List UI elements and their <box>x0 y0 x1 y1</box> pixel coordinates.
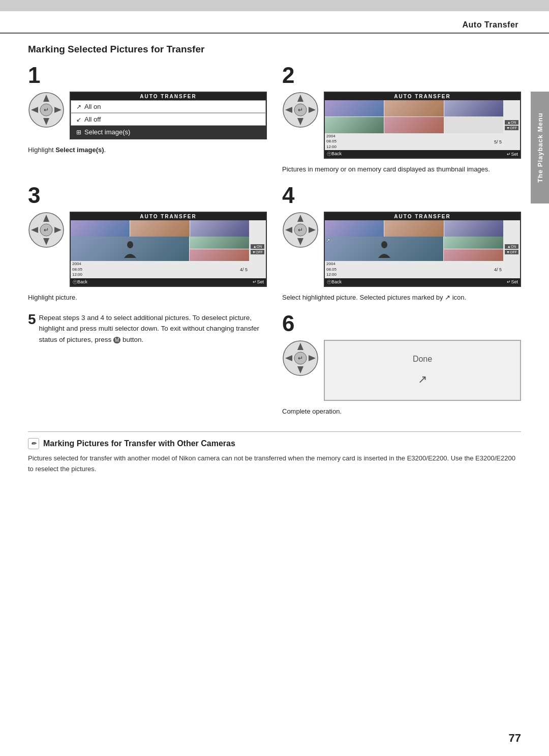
step3-thumb-1 <box>71 220 130 237</box>
note-title: ✏ Marking Pictures for Transfer with Oth… <box>28 438 521 449</box>
step4-thumb-2 <box>384 220 443 237</box>
step-1-screen-title: AUTO TRANSFER <box>71 93 266 100</box>
step-3-menu-label: ㊉Back <box>73 279 87 285</box>
step-2-inner: ↵ AUTO TRANSFER <box>282 92 521 159</box>
page-title: Auto Transfer <box>462 20 518 30</box>
step-2-on-btn: ▲ON <box>505 120 518 125</box>
step3-large-img <box>71 237 189 261</box>
page-header: Auto Transfer <box>0 11 549 34</box>
svg-text:↵: ↵ <box>44 106 49 113</box>
step-1-menu: ↗ All on ↙ All off ⊞ Select image(s) <box>71 100 266 138</box>
step-3-top-thumbs <box>71 220 249 237</box>
step-6-number: 6 <box>282 312 521 335</box>
step-1-number: 1 <box>28 64 267 86</box>
step-3-screen-wrap: AUTO TRANSFER <box>70 212 267 286</box>
step-2-dpad: ↵ <box>282 92 319 128</box>
step4-large-img: ↗ <box>325 237 443 261</box>
step-2-bottom-bar: ㊉Back ↵Set <box>325 150 520 158</box>
step4-tr2 <box>444 249 503 261</box>
svg-text:↵: ↵ <box>298 355 303 362</box>
step-6-caption: Complete operation. <box>282 407 521 416</box>
step3-tr1 <box>190 237 249 249</box>
step-4-menu-label: ㊉Back <box>327 279 342 285</box>
step-2-side-controls: ▲ON ▼OFF <box>503 100 520 150</box>
all-off-icon: ↙ <box>76 116 81 123</box>
thumb-6 <box>444 117 503 133</box>
step-3-count: 4/ 5 <box>240 267 248 272</box>
step-4-number: 4 <box>282 184 521 207</box>
step-1-caption: Highlight Select image(s). <box>28 146 267 155</box>
step-2-screen-title: AUTO TRANSFER <box>325 93 520 100</box>
thumb-2 <box>384 100 443 117</box>
step-3-number: 3 <box>28 184 267 207</box>
step-1-dpad: ↵ <box>28 92 65 128</box>
step-3-screen-title: AUTO TRANSFER <box>71 213 266 220</box>
step-2-off-btn: ▼OFF <box>505 126 518 130</box>
step-6-screen-wrap: Done ↗ <box>324 340 521 401</box>
step-3-bottom-bar: ㊉Back ↵Set <box>71 278 266 286</box>
step-3-date: 200408.0512:00 <box>72 261 82 277</box>
step4-mark-icon: ↗ <box>326 238 330 243</box>
sidebar-tab: The Playback Menu <box>531 92 549 203</box>
step4-thumb-1 <box>325 220 384 237</box>
step-4-side-controls: ▲ON ▼OFF <box>503 220 520 278</box>
step-4-thumb-area: ↗ 200408.0512:00 4/ 5 <box>325 220 503 278</box>
note-text: Pictures selected for transfer with anot… <box>28 453 521 475</box>
thumb-5 <box>384 117 443 133</box>
step-4-screen-title: AUTO TRANSFER <box>325 213 520 220</box>
step4-thumb-3 <box>444 220 503 237</box>
step-3-screen: AUTO TRANSFER <box>70 212 267 286</box>
step-2-thumbs <box>325 100 503 133</box>
note-title-text: Marking Pictures for Transfer with Other… <box>43 439 235 448</box>
svg-point-21 <box>127 241 133 248</box>
step-4-inner: ↵ AUTO TRANSFER <box>282 212 521 286</box>
step-3-thumb-area: 200408.0512:00 4/ 5 <box>71 220 249 278</box>
step-2-number: 2 <box>282 64 521 86</box>
menu-item-all-on: ↗ All on <box>71 100 266 113</box>
svg-text:↵: ↵ <box>44 226 49 234</box>
step-4-block: 4 ↵ AUTO TRANSFER <box>282 184 521 302</box>
page-number: 77 <box>509 732 521 745</box>
step-2-screen-wrap: AUTO TRANSFER <box>324 92 521 159</box>
step-4-dpad: ↵ <box>282 212 319 248</box>
step3-thumb-3 <box>190 220 249 237</box>
sidebar-label: The Playback Menu <box>536 112 544 183</box>
note-icon: ✏ <box>28 438 39 449</box>
step-4-count: 4/ 5 <box>494 267 502 272</box>
step-2-count: 5/ 5 <box>494 139 502 144</box>
step-6-dpad: ↵ <box>282 340 319 376</box>
step-3-inner: ↵ AUTO TRANSFER <box>28 212 267 286</box>
step-1-inner: ↵ AUTO TRANSFER ↗ All on ↙ All off <box>28 92 267 139</box>
step-4-off-btn: ▼OFF <box>505 250 518 254</box>
step-2-block: 2 ↵ AUTO TRANSFER <box>282 64 521 174</box>
step-4-caption: Select highlighted picture. Selected pic… <box>282 293 521 302</box>
all-on-icon: ↗ <box>76 103 81 110</box>
step3-tr2 <box>190 249 249 261</box>
step-6-done-label: Done <box>413 355 432 364</box>
main-content: Marking Selected Pictures for Transfer 1 <box>0 39 549 485</box>
step-4-top-thumbs <box>325 220 503 237</box>
section-title: Marking Selected Pictures for Transfer <box>28 44 521 55</box>
step-4-bottom-bar: ㊉Back ↵Set <box>325 278 520 286</box>
step-4-screen: AUTO TRANSFER <box>324 212 521 286</box>
step-2-set-label: ↵Set <box>507 152 518 157</box>
menu-item-all-off: ↙ All off <box>71 113 266 126</box>
step-3-dpad: ↵ <box>28 212 65 248</box>
step-4-on-btn: ▲ON <box>505 244 518 249</box>
step-2-cam-row: 200408.0512:00 5/ 5 ▲ON ▼OFF <box>325 100 520 150</box>
all-off-label: All off <box>84 115 101 123</box>
step-5-block: 5 Repeat steps 3 and 4 to select additio… <box>28 312 267 416</box>
thumb-1 <box>325 100 384 117</box>
svg-text:↵: ↵ <box>298 226 303 234</box>
step-5-number: 5 <box>28 312 36 327</box>
step-4-cam-row: ↗ 200408.0512:00 4/ 5 <box>325 220 520 278</box>
step-6-block: 6 ↵ Done ↗ <box>282 312 521 416</box>
step-6-inner: ↵ Done ↗ <box>282 340 521 401</box>
step-5-inner: 5 Repeat steps 3 and 4 to select additio… <box>28 312 267 345</box>
step-3-set-label: ↵Set <box>253 279 264 284</box>
step-4-date-row: 200408.0512:00 4/ 5 <box>325 261 503 278</box>
menu-item-select-images: ⊞ Select image(s) <box>71 126 266 138</box>
select-images-label: Select image(s) <box>84 128 130 136</box>
step-1-block: 1 ↵ <box>28 64 267 174</box>
all-on-label: All on <box>84 103 101 110</box>
